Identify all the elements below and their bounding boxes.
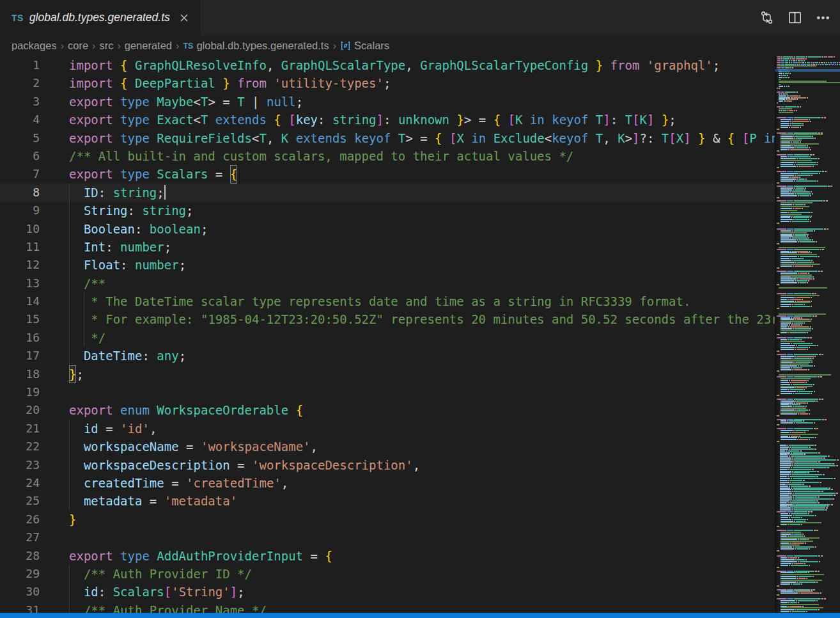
code-text: export type Scalars = { [69,165,237,183]
indent-guide [84,292,84,347]
code-text: metadata = 'metadata' [69,492,237,510]
ts-file-icon: TS [12,13,24,23]
line-number: 8 [0,184,40,202]
code-line[interactable]: 11 Int: number; [0,238,775,256]
line-number: 28 [0,547,40,565]
code-line[interactable]: 31 /** Auth Provider Name */ [0,601,775,613]
code-line[interactable]: 19 [0,383,775,401]
code-line[interactable]: 22 workspaceName = 'workspaceName', [0,438,775,456]
code-line[interactable]: 27 [0,528,775,546]
breadcrumb-separator: › [88,40,99,52]
code-text: /** All built-in and custom scalars, map… [69,147,573,165]
code-line[interactable]: 21 id = 'id', [0,420,775,438]
code-line[interactable]: 13 /** [0,274,775,292]
line-number: 5 [0,129,40,147]
code-text: id = 'id', [69,420,157,438]
code-line[interactable]: 2import { DeepPartial } from 'utility-ty… [0,74,775,92]
line-number: 21 [0,420,40,438]
breadcrumb-separator: › [329,40,340,52]
code-text: export type Exact<T extends { [key: stri… [69,111,676,129]
breadcrumb-item-global-db-types-generated-ts[interactable]: TSglobal.db.types.generated.ts [183,40,329,52]
breadcrumb-item-src[interactable]: src [99,40,113,52]
code-line[interactable]: 28export type AddAuthProviderInput = { [0,547,775,565]
code-text: import { GraphQLResolveInfo, GraphQLScal… [69,56,720,74]
code-text: /** Auth Provider Name */ [69,601,267,613]
code-text: * For example: "1985-04-12T23:20:50.52Z"… [69,310,775,328]
code-text: Float: number; [69,256,186,274]
code-line[interactable]: 8 ID: string; [0,184,775,202]
code-text: export type RequireFields<T, K extends k… [69,129,775,147]
line-number: 25 [0,492,40,510]
breadcrumb-item-core[interactable]: core [68,40,88,52]
code-line[interactable]: 1import { GraphQLResolveInfo, GraphQLSca… [0,56,775,74]
code-line[interactable]: 5export type RequireFields<T, K extends … [0,129,775,147]
text-cursor [164,185,166,200]
code-line[interactable]: 16 */ [0,329,775,347]
code-line[interactable]: 3export type Maybe<T> = T | null; [0,93,775,111]
breadcrumb-item-scalars[interactable]: Scalars [340,40,389,52]
tab-global-db-types-generated[interactable]: TS global.db.types.generated.ts [0,0,201,35]
line-number: 13 [0,274,40,292]
more-actions-icon[interactable] [812,7,834,29]
code-line[interactable]: 17 DateTime: any; [0,347,775,365]
line-number: 27 [0,528,40,546]
breadcrumb-separator: › [172,40,183,52]
code-line[interactable]: 26} [0,511,775,528]
breadcrumb-label: generated [125,40,172,52]
minimap[interactable] [775,56,840,613]
code-line[interactable]: 23 workspaceDescription = 'workspaceDesc… [0,456,775,474]
open-changes-icon[interactable] [756,7,777,29]
code-line[interactable]: 9 String: string; [0,202,775,219]
line-number: 24 [0,474,40,492]
code-editor[interactable]: 1import { GraphQLResolveInfo, GraphQLSca… [0,56,775,613]
code-line[interactable]: 30 id: Scalars['String']; [0,583,775,601]
code-text: */ [69,329,105,347]
line-number: 15 [0,310,40,328]
indent-guide [69,565,70,613]
breadcrumb-item-packages[interactable]: packages [12,40,57,52]
code-line[interactable]: 15 * For example: "1985-04-12T23:20:50.5… [0,310,775,328]
code-line[interactable]: 10 Boolean: boolean; [0,220,775,238]
code-line[interactable]: 29 /** Auth Provider ID */ [0,565,775,583]
close-icon[interactable] [179,13,189,23]
breadcrumb-separator: › [57,40,68,52]
code-text: /** [69,274,105,292]
code-line[interactable]: 18}; [0,365,775,383]
code-line[interactable]: 12 Float: number; [0,256,775,274]
line-number: 14 [0,292,40,310]
code-text: workspaceDescription = 'workspaceDescrip… [69,456,420,474]
code-line[interactable]: 4export type Exact<T extends { [key: str… [0,111,775,129]
line-number: 10 [0,220,40,238]
indent-guide [69,420,70,511]
code-line[interactable]: 6/** All built-in and custom scalars, ma… [0,147,775,165]
code-line[interactable]: 24 createdTime = 'createdTime', [0,474,775,492]
tab-bar: TS global.db.types.generated.ts [0,0,840,35]
code-line[interactable]: 20export enum WorkspaceOrderable { [0,401,775,419]
tab-label: global.db.types.generated.ts [29,11,170,24]
breadcrumb-separator: › [113,40,124,52]
line-number: 23 [0,456,40,474]
symbol-type-icon [340,40,351,52]
line-number: 3 [0,93,40,111]
line-number: 1 [0,56,40,74]
breadcrumb-label: Scalars [354,40,389,52]
code-text: ID: string; [69,184,166,202]
line-number: 7 [0,165,40,183]
code-text: export type Maybe<T> = T | null; [69,93,303,111]
code-text: Boolean: boolean; [69,220,208,238]
code-text: import { DeepPartial } from 'utility-typ… [69,74,391,92]
line-number: 2 [0,74,40,92]
breadcrumb-label: packages [12,40,57,52]
breadcrumb-item-generated[interactable]: generated [125,40,172,52]
code-text: Int: number; [69,238,171,256]
line-number: 19 [0,383,40,401]
code-line[interactable]: 14 * The DateTime scalar type represents… [0,292,775,310]
breadcrumb-label: core [68,40,88,52]
line-number: 9 [0,202,40,219]
line-number: 29 [0,565,40,583]
code-text: DateTime: any; [69,347,186,365]
code-line[interactable]: 7export type Scalars = { [0,165,775,183]
split-editor-icon[interactable] [784,7,805,29]
code-line[interactable]: 25 metadata = 'metadata' [0,492,775,510]
editor-actions [756,0,834,35]
